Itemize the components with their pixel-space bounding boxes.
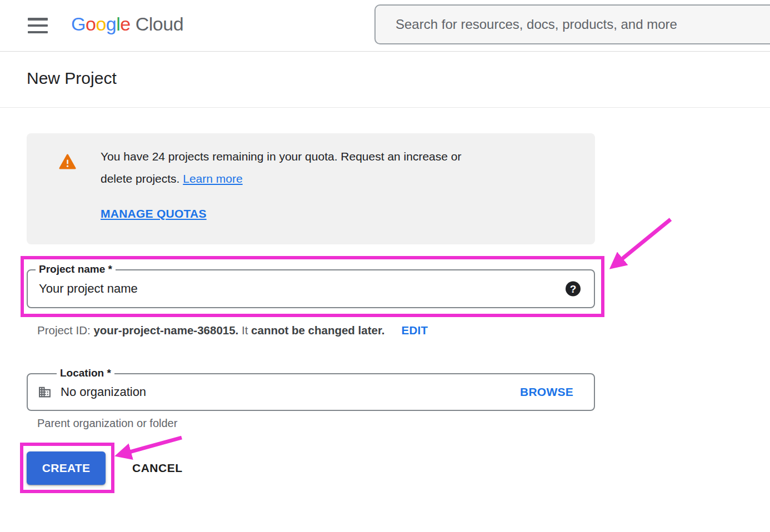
browse-button[interactable]: BROWSE <box>517 385 577 399</box>
gcp-new-project-page: GoogleCloud New Project You have 24 proj… <box>0 0 770 532</box>
header-divider <box>0 51 770 52</box>
organization-icon <box>38 385 52 399</box>
annotation-arrow-create-button <box>111 430 186 463</box>
location-helper-text: Parent organization or folder <box>37 417 177 430</box>
search-input[interactable] <box>394 16 763 33</box>
project-id-value: your-project-name-368015. <box>93 324 238 337</box>
annotation-arrow-project-name <box>603 214 678 274</box>
project-id-note: cannot be changed later. <box>251 324 384 337</box>
hamburger-bar <box>28 31 48 34</box>
create-button[interactable]: CREATE <box>27 451 106 485</box>
logo-letter: e <box>120 13 130 34</box>
warning-icon <box>59 153 76 170</box>
location-field[interactable]: Location * No organization BROWSE <box>27 373 595 411</box>
page-title: New Project <box>27 69 117 88</box>
hamburger-bar <box>28 24 48 27</box>
logo-letter: o <box>96 13 106 34</box>
global-search-bar[interactable] <box>374 4 770 44</box>
logo-cloud-word: Cloud <box>136 13 183 34</box>
hamburger-bar <box>28 18 48 21</box>
quota-message: You have 24 projects remaining in your q… <box>101 145 461 190</box>
manage-quotas-link[interactable]: MANAGE QUOTAS <box>101 207 207 220</box>
google-cloud-logo: GoogleCloud <box>71 13 183 35</box>
quota-warning-banner: You have 24 projects remaining in your q… <box>27 133 595 244</box>
project-id-mid: It <box>238 324 251 337</box>
project-name-input[interactable] <box>38 272 538 306</box>
quota-message-line1: You have 24 projects remaining in your q… <box>101 150 461 163</box>
quota-message-line2: delete projects. <box>101 172 183 185</box>
logo-letter: G <box>71 13 86 34</box>
help-icon[interactable]: ? <box>566 282 581 297</box>
learn-more-link[interactable]: Learn more <box>183 172 242 185</box>
edit-project-id-button[interactable]: EDIT <box>401 324 428 337</box>
project-name-field[interactable]: Project name * ? <box>27 269 595 308</box>
project-id-row: Project ID: your-project-name-368015. It… <box>37 324 428 337</box>
hamburger-menu-icon[interactable] <box>28 18 48 33</box>
location-value: No organization <box>61 374 146 410</box>
cancel-button[interactable]: CANCEL <box>132 459 183 477</box>
logo-letter: g <box>106 13 116 34</box>
logo-letter: o <box>86 13 96 34</box>
project-id-prefix: Project ID: <box>37 324 93 337</box>
title-divider <box>0 107 770 108</box>
